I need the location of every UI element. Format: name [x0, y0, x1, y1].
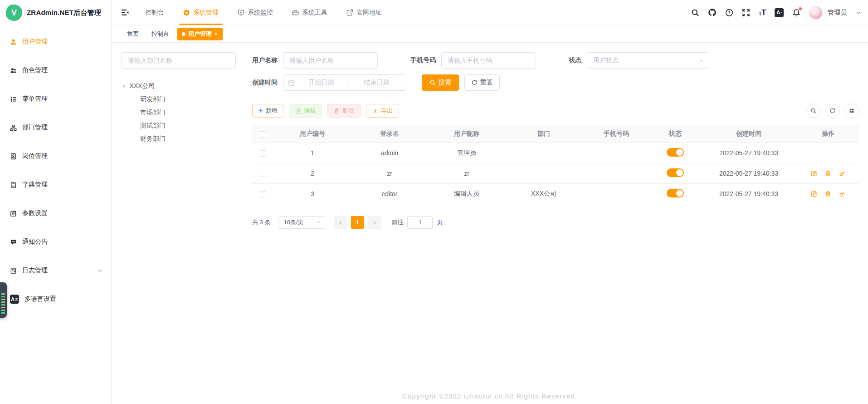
cell-nick-name: 编辑人员 — [428, 183, 505, 204]
username-field: 用户名称 — [252, 52, 378, 69]
nav-item-label: 官网地址 — [356, 9, 382, 17]
avatar[interactable] — [809, 6, 823, 20]
sidebar-collapse-icon[interactable] — [121, 8, 129, 17]
row-delete-icon[interactable] — [825, 191, 831, 197]
svg-text:?: ? — [728, 10, 731, 15]
chevron-down-icon[interactable] — [855, 10, 862, 16]
caret-down-icon[interactable]: ▾ — [123, 84, 126, 89]
date-range-picker[interactable]: 开始日期 - 结束日期 — [283, 74, 406, 91]
chevron-down-icon — [316, 220, 321, 225]
reset-button[interactable]: 重置 — [464, 74, 500, 91]
active-dot-icon — [182, 32, 185, 36]
status-toggle[interactable] — [667, 148, 684, 157]
sidebar-item-menus[interactable]: 菜单管理 — [0, 87, 111, 111]
cell-login-name: admin — [351, 143, 428, 163]
theme-drawer-handle[interactable] — [0, 282, 7, 318]
refresh-icon — [471, 79, 478, 86]
phone-label: 手机号码 — [410, 56, 436, 64]
tree-node-marketing[interactable]: 市场部门 — [140, 106, 236, 119]
fullscreen-icon[interactable] — [742, 9, 750, 17]
page-number-1[interactable]: 1 — [351, 216, 364, 229]
delete-button[interactable]: 删除 — [327, 104, 361, 118]
cell-user-id: 3 — [274, 183, 351, 204]
table-header-row: 用户编号 登录名 用户昵称 部门 手机号码 状态 创建时间 操作 — [252, 125, 859, 143]
column-search-icon[interactable] — [806, 103, 821, 118]
status-toggle[interactable] — [667, 189, 684, 197]
nav-item-system-management[interactable]: 系统管理 — [174, 0, 228, 25]
close-icon[interactable]: × — [215, 30, 218, 37]
sidebar-item-departments[interactable]: 部门管理 — [0, 116, 111, 139]
sidebar-item-dictionary[interactable]: 字典管理 — [0, 173, 111, 197]
logo-letter: V — [11, 8, 17, 18]
translate-icon[interactable]: Aˣ — [775, 8, 784, 17]
sidebar-item-languages[interactable]: A文 多语言设置 — [0, 287, 111, 311]
sidebar-item-roles[interactable]: 角色管理 — [0, 59, 111, 82]
log-icon — [10, 267, 17, 274]
status-select[interactable]: 用户状态 — [587, 52, 709, 69]
language-icon: A文 — [10, 295, 19, 304]
nav-item-system-tools[interactable]: 系统工具 — [283, 0, 337, 25]
status-select-placeholder: 用户状态 — [593, 56, 619, 64]
row-checkbox[interactable] — [260, 191, 266, 197]
tab-user-management[interactable]: 用户管理 × — [177, 28, 223, 40]
user-name[interactable]: 管理员 — [828, 9, 847, 17]
row-reset-password-icon[interactable] — [839, 170, 845, 177]
row-checkbox[interactable] — [260, 150, 266, 157]
phone-input[interactable] — [441, 52, 536, 69]
sidebar-item-label: 通知公告 — [22, 238, 48, 246]
column-settings-icon[interactable] — [844, 103, 859, 118]
sidebar-item-notices[interactable]: 通知公告 — [0, 230, 111, 254]
cell-created-at: 2022-05-27 19:40:33 — [700, 163, 797, 183]
department-tree: ▾ XXX公司 研发部门 市场部门 测试部门 财务部门 — [122, 80, 236, 145]
tree-node-finance[interactable]: 财务部门 — [140, 132, 236, 145]
sidebar-item-label: 参数设置 — [22, 209, 48, 217]
row-reset-password-icon[interactable] — [839, 191, 845, 197]
add-button[interactable]: + 新增 — [252, 104, 283, 118]
nav-item-official-site[interactable]: 官网地址 — [337, 0, 391, 25]
table-toolbar: + 新增 编辑 删除 导出 — [252, 103, 859, 118]
sidebar-item-users[interactable]: 用户管理 — [0, 30, 111, 54]
chevron-down-icon — [698, 58, 704, 64]
cell-nick-name: zr — [428, 163, 505, 183]
notification-bell-icon[interactable] — [792, 9, 800, 17]
query-form-row-2: 创建时间 开始日期 - 结束日期 搜索 重置 — [252, 74, 859, 91]
app-logo-row[interactable]: V ZRAdmin.NET后台管理 — [0, 0, 111, 25]
github-icon[interactable] — [708, 8, 717, 17]
tree-node-dev[interactable]: 研发部门 — [140, 93, 236, 106]
next-page-button[interactable]: › — [368, 216, 381, 229]
tab-console[interactable]: 控制台 — [147, 28, 174, 40]
tree-node-testing[interactable]: 测试部门 — [140, 119, 236, 132]
sidebar-item-label: 角色管理 — [22, 66, 48, 74]
row-edit-icon[interactable] — [811, 191, 817, 197]
sidebar-item-posts[interactable]: 岗位管理 — [0, 144, 111, 168]
nav-item-system-monitor[interactable]: 系统监控 — [228, 0, 283, 25]
export-button[interactable]: 导出 — [366, 104, 399, 118]
sidebar-item-logs[interactable]: 日志管理 — [0, 259, 111, 282]
row-edit-icon[interactable] — [811, 170, 817, 177]
tree-node-company[interactable]: ▾ XXX公司 — [122, 80, 236, 93]
sidebar-item-label: 用户管理 — [22, 38, 48, 46]
user-icon — [10, 39, 17, 45]
username-input[interactable] — [283, 52, 378, 69]
tab-home[interactable]: 首页 — [122, 28, 143, 40]
search-button[interactable]: 搜索 — [422, 74, 459, 91]
nav-item-console[interactable]: 控制台 — [136, 0, 174, 25]
status-toggle[interactable] — [667, 168, 684, 177]
cell-created-at: 2022-05-27 19:40:33 — [700, 143, 797, 163]
sidebar-item-parameters[interactable]: 参数设置 — [0, 202, 111, 225]
goto-page-input[interactable] — [407, 216, 433, 229]
row-delete-icon[interactable] — [825, 170, 831, 177]
edit-button[interactable]: 编辑 — [289, 104, 322, 118]
department-panel: ▾ XXX公司 研发部门 市场部门 测试部门 财务部门 — [122, 52, 236, 388]
row-checkbox[interactable] — [260, 171, 266, 177]
select-all-checkbox[interactable] — [260, 131, 266, 138]
col-nick-name: 用户昵称 — [428, 125, 505, 143]
department-search-input[interactable] — [122, 52, 236, 69]
search-icon[interactable] — [691, 9, 699, 17]
prev-page-button[interactable]: ‹ — [334, 216, 346, 229]
refresh-table-icon[interactable] — [825, 103, 840, 118]
font-size-icon[interactable]: TT — [759, 9, 766, 16]
help-icon[interactable]: ? — [725, 9, 733, 17]
dictionary-icon — [10, 182, 17, 188]
page-size-select[interactable]: 10条/页 — [278, 216, 325, 229]
